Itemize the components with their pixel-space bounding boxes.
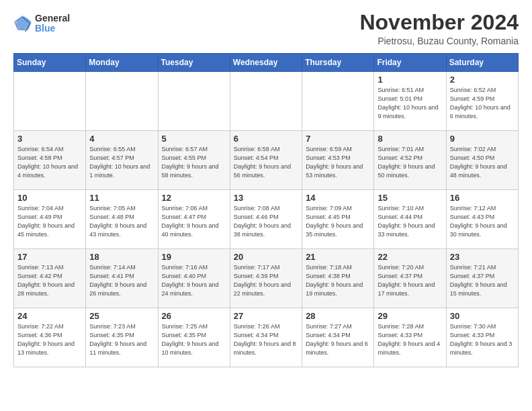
day-info: Sunrise: 6:57 AM Sunset: 4:55 PM Dayligh… [162, 145, 226, 180]
day-number: 29 [378, 311, 442, 321]
day-number: 19 [162, 252, 226, 262]
day-info: Sunrise: 7:17 AM Sunset: 4:39 PM Dayligh… [234, 263, 298, 298]
week-row-2: 3Sunrise: 6:54 AM Sunset: 4:58 PM Daylig… [14, 131, 519, 190]
day-info: Sunrise: 6:55 AM Sunset: 4:57 PM Dayligh… [89, 145, 154, 180]
day-info: Sunrise: 7:28 AM Sunset: 4:33 PM Dayligh… [378, 322, 442, 357]
day-number: 13 [234, 193, 298, 203]
day-info: Sunrise: 6:58 AM Sunset: 4:54 PM Dayligh… [234, 145, 298, 180]
calendar-cell: 25Sunrise: 7:23 AM Sunset: 4:35 PM Dayli… [86, 308, 158, 367]
day-number: 6 [234, 134, 298, 144]
day-info: Sunrise: 7:23 AM Sunset: 4:35 PM Dayligh… [89, 322, 154, 357]
calendar-cell [158, 72, 230, 131]
header-day-tuesday: Tuesday [158, 54, 230, 72]
calendar-cell: 19Sunrise: 7:16 AM Sunset: 4:40 PM Dayli… [158, 249, 230, 308]
header-day-wednesday: Wednesday [230, 54, 302, 72]
day-number: 27 [234, 311, 298, 321]
day-number: 25 [89, 311, 154, 321]
day-number: 21 [306, 252, 370, 262]
calendar-cell: 23Sunrise: 7:21 AM Sunset: 4:37 PM Dayli… [446, 249, 518, 308]
header-day-saturday: Saturday [446, 54, 518, 72]
day-info: Sunrise: 7:16 AM Sunset: 4:40 PM Dayligh… [162, 263, 226, 298]
header-day-monday: Monday [86, 54, 158, 72]
calendar-cell: 27Sunrise: 7:26 AM Sunset: 4:34 PM Dayli… [230, 308, 302, 367]
day-info: Sunrise: 7:09 AM Sunset: 4:45 PM Dayligh… [306, 204, 370, 239]
calendar-cell [86, 72, 158, 131]
logo-icon [13, 14, 32, 33]
calendar-cell: 13Sunrise: 7:08 AM Sunset: 4:46 PM Dayli… [230, 190, 302, 249]
day-number: 12 [162, 193, 226, 203]
calendar-cell: 28Sunrise: 7:27 AM Sunset: 4:34 PM Dayli… [302, 308, 374, 367]
week-row-1: 1Sunrise: 6:51 AM Sunset: 5:01 PM Daylig… [14, 72, 519, 131]
calendar-cell [14, 72, 86, 131]
calendar-header: SundayMondayTuesdayWednesdayThursdayFrid… [14, 54, 519, 72]
day-info: Sunrise: 7:18 AM Sunset: 4:38 PM Dayligh… [306, 263, 370, 298]
calendar-cell [302, 72, 374, 131]
header-day-sunday: Sunday [14, 54, 86, 72]
day-number: 20 [234, 252, 298, 262]
day-info: Sunrise: 7:22 AM Sunset: 4:36 PM Dayligh… [17, 322, 82, 357]
day-number: 14 [306, 193, 370, 203]
day-info: Sunrise: 6:54 AM Sunset: 4:58 PM Dayligh… [17, 145, 82, 180]
calendar-cell: 10Sunrise: 7:04 AM Sunset: 4:49 PM Dayli… [14, 190, 86, 249]
day-number: 7 [306, 134, 370, 144]
calendar-cell: 12Sunrise: 7:06 AM Sunset: 4:47 PM Dayli… [158, 190, 230, 249]
calendar-cell: 14Sunrise: 7:09 AM Sunset: 4:45 PM Dayli… [302, 190, 374, 249]
calendar-cell: 21Sunrise: 7:18 AM Sunset: 4:38 PM Dayli… [302, 249, 374, 308]
day-number: 11 [89, 193, 154, 203]
calendar-cell: 15Sunrise: 7:10 AM Sunset: 4:44 PM Dayli… [374, 190, 446, 249]
calendar-cell: 22Sunrise: 7:20 AM Sunset: 4:37 PM Dayli… [374, 249, 446, 308]
day-info: Sunrise: 7:04 AM Sunset: 4:49 PM Dayligh… [17, 204, 82, 239]
day-number: 4 [89, 134, 154, 144]
day-number: 9 [450, 134, 515, 144]
day-number: 5 [162, 134, 226, 144]
calendar-cell: 4Sunrise: 6:55 AM Sunset: 4:57 PM Daylig… [86, 131, 158, 190]
day-number: 30 [450, 311, 515, 321]
day-number: 24 [17, 311, 82, 321]
header-day-friday: Friday [374, 54, 446, 72]
day-info: Sunrise: 7:01 AM Sunset: 4:52 PM Dayligh… [378, 145, 442, 180]
week-row-4: 17Sunrise: 7:13 AM Sunset: 4:42 PM Dayli… [14, 249, 519, 308]
day-number: 17 [17, 252, 82, 262]
calendar-cell: 16Sunrise: 7:12 AM Sunset: 4:43 PM Dayli… [446, 190, 518, 249]
calendar-cell: 26Sunrise: 7:25 AM Sunset: 4:35 PM Dayli… [158, 308, 230, 367]
day-info: Sunrise: 7:10 AM Sunset: 4:44 PM Dayligh… [378, 204, 442, 239]
day-info: Sunrise: 7:20 AM Sunset: 4:37 PM Dayligh… [378, 263, 442, 298]
header: General Blue November 2024 Pietrosu, Buz… [13, 11, 519, 46]
day-info: Sunrise: 7:25 AM Sunset: 4:35 PM Dayligh… [162, 322, 226, 357]
calendar-cell: 30Sunrise: 7:30 AM Sunset: 4:33 PM Dayli… [446, 308, 518, 367]
day-info: Sunrise: 7:05 AM Sunset: 4:48 PM Dayligh… [89, 204, 154, 239]
day-info: Sunrise: 7:02 AM Sunset: 4:50 PM Dayligh… [450, 145, 515, 180]
week-row-5: 24Sunrise: 7:22 AM Sunset: 4:36 PM Dayli… [14, 308, 519, 367]
day-info: Sunrise: 7:30 AM Sunset: 4:33 PM Dayligh… [450, 322, 515, 357]
day-info: Sunrise: 7:08 AM Sunset: 4:46 PM Dayligh… [234, 204, 298, 239]
calendar-cell: 29Sunrise: 7:28 AM Sunset: 4:33 PM Dayli… [374, 308, 446, 367]
logo-blue-text: Blue [35, 24, 70, 34]
title-area: November 2024 Pietrosu, Buzau County, Ro… [359, 11, 519, 46]
day-info: Sunrise: 7:21 AM Sunset: 4:37 PM Dayligh… [450, 263, 515, 298]
calendar-cell: 8Sunrise: 7:01 AM Sunset: 4:52 PM Daylig… [374, 131, 446, 190]
day-number: 2 [450, 75, 515, 85]
calendar-cell: 9Sunrise: 7:02 AM Sunset: 4:50 PM Daylig… [446, 131, 518, 190]
calendar-cell [230, 72, 302, 131]
day-number: 15 [378, 193, 442, 203]
day-number: 3 [17, 134, 82, 144]
day-number: 23 [450, 252, 515, 262]
location: Pietrosu, Buzau County, Romania [359, 36, 519, 46]
day-number: 16 [450, 193, 515, 203]
calendar-cell: 11Sunrise: 7:05 AM Sunset: 4:48 PM Dayli… [86, 190, 158, 249]
day-number: 10 [17, 193, 82, 203]
day-number: 28 [306, 311, 370, 321]
day-info: Sunrise: 7:26 AM Sunset: 4:34 PM Dayligh… [234, 322, 298, 357]
day-info: Sunrise: 6:52 AM Sunset: 4:59 PM Dayligh… [450, 86, 515, 121]
calendar-cell: 6Sunrise: 6:58 AM Sunset: 4:54 PM Daylig… [230, 131, 302, 190]
day-number: 8 [378, 134, 442, 144]
logo: General Blue [13, 13, 70, 34]
calendar-cell: 5Sunrise: 6:57 AM Sunset: 4:55 PM Daylig… [158, 131, 230, 190]
calendar-cell: 20Sunrise: 7:17 AM Sunset: 4:39 PM Dayli… [230, 249, 302, 308]
calendar-cell: 2Sunrise: 6:52 AM Sunset: 4:59 PM Daylig… [446, 72, 518, 131]
day-info: Sunrise: 7:27 AM Sunset: 4:34 PM Dayligh… [306, 322, 370, 357]
day-info: Sunrise: 7:14 AM Sunset: 4:41 PM Dayligh… [89, 263, 154, 298]
calendar-table: SundayMondayTuesdayWednesdayThursdayFrid… [13, 53, 519, 367]
header-day-thursday: Thursday [302, 54, 374, 72]
day-info: Sunrise: 6:59 AM Sunset: 4:53 PM Dayligh… [306, 145, 370, 180]
